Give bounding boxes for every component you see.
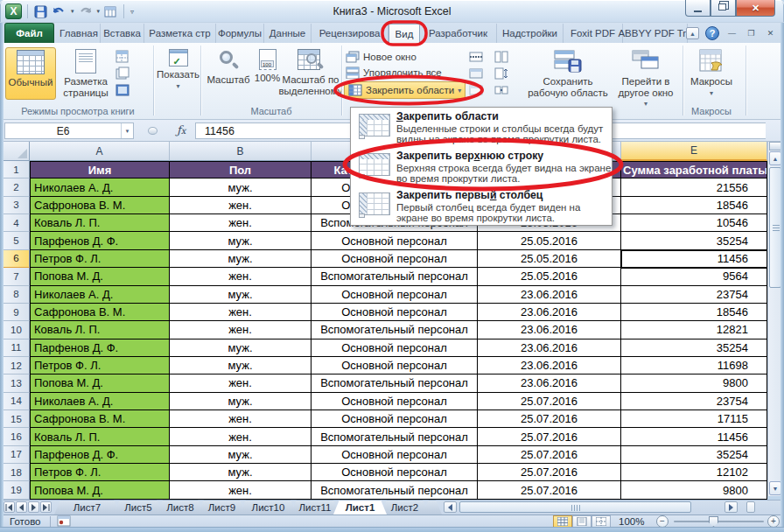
cell[interactable]: Основной персонал bbox=[312, 340, 478, 357]
new-window-button[interactable]: Новое окно bbox=[346, 49, 416, 65]
workbook-minimize-icon[interactable]: — bbox=[725, 27, 738, 39]
page-layout-button[interactable]: Разметка страницы bbox=[59, 47, 113, 102]
cell[interactable]: Сафронова В. М. bbox=[30, 197, 170, 214]
sheet-tab-Лист8[interactable]: Лист8 bbox=[157, 500, 204, 514]
show-button[interactable]: ✓ Показать ▾ bbox=[158, 47, 199, 102]
cell[interactable]: Вспомогательный персонал bbox=[312, 268, 478, 285]
cell[interactable]: жен. bbox=[170, 197, 312, 214]
select-all-corner[interactable] bbox=[4, 142, 30, 161]
cell[interactable]: Коваль Л. П. bbox=[30, 321, 170, 339]
row-header-12[interactable]: 12 bbox=[4, 357, 30, 374]
row-header-17[interactable]: 17 bbox=[4, 446, 30, 464]
cell[interactable]: Парфенов Д. Ф. bbox=[30, 232, 170, 249]
cell[interactable]: Николаев А. Д. bbox=[30, 393, 170, 410]
cell[interactable]: Основной персонал bbox=[312, 393, 478, 410]
cell[interactable]: муж. bbox=[170, 340, 312, 357]
minimize-button[interactable] bbox=[685, 0, 710, 17]
cell[interactable]: Петров Ф. Л. bbox=[30, 464, 170, 481]
row-header-14[interactable]: 14 bbox=[4, 393, 30, 410]
first-sheet-icon[interactable] bbox=[4, 501, 15, 513]
sheet-tab-Лист11[interactable]: Лист11 bbox=[290, 500, 340, 514]
cell[interactable]: муж. bbox=[170, 357, 312, 374]
cell[interactable]: 10546 bbox=[621, 214, 767, 232]
cell[interactable]: 11456 bbox=[621, 428, 767, 445]
cell[interactable]: 35254 bbox=[621, 232, 767, 249]
custom-views-icon[interactable] bbox=[114, 66, 131, 81]
zoom-100-button[interactable]: 100 100% bbox=[253, 47, 282, 102]
tab-Foxit PDF[interactable]: Foxit PDF bbox=[564, 24, 623, 43]
menu-item-0[interactable]: Закрепить областиВыделенные строки и сто… bbox=[351, 108, 612, 147]
tab-Надстройки[interactable]: Надстройки bbox=[497, 24, 564, 43]
cell[interactable]: Основной персонал bbox=[312, 250, 478, 268]
zoom-level[interactable]: 100% bbox=[619, 516, 644, 527]
insert-function-icon[interactable]: ƒx bbox=[177, 123, 186, 136]
cell[interactable]: жен. bbox=[170, 321, 312, 339]
row-header-11[interactable]: 11 bbox=[4, 340, 30, 357]
switch-windows-button[interactable]: Перейти в другое окно ▾ bbox=[613, 47, 678, 102]
cell[interactable]: Попова М. Д. bbox=[30, 481, 170, 499]
next-sheet-icon[interactable] bbox=[28, 501, 39, 513]
cell[interactable]: 18546 bbox=[621, 197, 767, 214]
tab-Разметка стр[interactable]: Разметка стр bbox=[144, 24, 216, 43]
cell[interactable]: Основной персонал bbox=[312, 410, 478, 428]
cell[interactable]: 35254 bbox=[621, 446, 767, 464]
zoom-slider-thumb[interactable] bbox=[709, 516, 718, 527]
cell[interactable]: Вспомогательный персонал bbox=[312, 374, 478, 392]
cell[interactable]: Коваль Л. П. bbox=[30, 214, 170, 232]
cell[interactable]: муж. bbox=[170, 250, 312, 268]
cell[interactable]: 17115 bbox=[621, 410, 767, 428]
column-header-B[interactable]: B bbox=[170, 142, 312, 161]
cell[interactable]: муж. bbox=[170, 446, 312, 464]
tab-Главная[interactable]: Главная bbox=[58, 24, 101, 43]
cell[interactable]: Вспомогательный персонал bbox=[312, 428, 478, 445]
name-box-dropdown-icon[interactable]: ▼ bbox=[121, 123, 133, 138]
cell[interactable]: 12821 bbox=[621, 321, 767, 339]
column-header-A[interactable]: A bbox=[30, 142, 170, 161]
normal-view-icon[interactable] bbox=[553, 515, 572, 528]
vertical-scrollbar[interactable]: ▲ ▼ bbox=[767, 142, 781, 496]
cell[interactable]: 23.06.2016 bbox=[478, 374, 621, 392]
cell[interactable]: 11698 bbox=[621, 357, 767, 374]
cell[interactable]: 25.05.2016 bbox=[478, 232, 621, 249]
close-button[interactable]: ✕ bbox=[736, 0, 775, 17]
cell[interactable]: Сафронова В. М. bbox=[30, 410, 170, 428]
cell[interactable]: 12102 bbox=[621, 464, 767, 481]
zoom-in-icon[interactable]: + bbox=[767, 515, 780, 528]
cell[interactable]: 23754 bbox=[621, 393, 767, 410]
tab-Вставка[interactable]: Вставка bbox=[101, 24, 144, 43]
cell[interactable]: Основной персонал bbox=[312, 357, 478, 374]
menu-item-1[interactable]: Закрепить верхнюю строкуВерхняя строка в… bbox=[351, 147, 612, 186]
cell[interactable]: 9800 bbox=[621, 374, 767, 392]
cell[interactable]: Сафронова В. М. bbox=[30, 304, 170, 321]
page-break-view-icon[interactable] bbox=[592, 515, 611, 528]
cell[interactable]: Николаев А. Д. bbox=[30, 178, 170, 196]
cell[interactable]: Коваль Л. П. bbox=[30, 428, 170, 445]
sheet-tab-Лист1[interactable]: Лист1 bbox=[333, 500, 387, 514]
unhide-window-icon[interactable] bbox=[467, 82, 485, 98]
scroll-up-icon[interactable]: ▲ bbox=[769, 151, 781, 165]
last-sheet-icon[interactable] bbox=[40, 501, 52, 513]
reset-window-position-icon[interactable] bbox=[493, 82, 510, 98]
cell[interactable]: Основной персонал bbox=[312, 232, 478, 249]
workbook-close-icon[interactable]: ✕ bbox=[764, 27, 777, 39]
synchronous-scrolling-icon[interactable] bbox=[493, 66, 510, 81]
help-icon[interactable]: ? bbox=[705, 26, 719, 40]
tab-Данные[interactable]: Данные bbox=[264, 24, 312, 43]
row-header-3[interactable]: 3 bbox=[4, 197, 30, 214]
row-header-16[interactable]: 16 bbox=[4, 428, 30, 445]
freeze-panes-button[interactable]: Закрепить области ▾ bbox=[344, 81, 466, 99]
row-header-1[interactable]: 1 bbox=[4, 161, 30, 178]
hide-window-icon[interactable] bbox=[467, 66, 485, 81]
row-header-13[interactable]: 13 bbox=[4, 374, 30, 392]
tab-ABBYY PDF Tra[interactable]: ABBYY PDF Tra bbox=[623, 24, 688, 43]
cell[interactable]: Основной персонал bbox=[312, 286, 478, 304]
cell[interactable]: жен. bbox=[170, 214, 312, 232]
tab-Рецензирова[interactable]: Рецензирова bbox=[312, 24, 388, 43]
row-header-4[interactable]: 4 bbox=[4, 214, 30, 232]
sheet-tab-Лист9[interactable]: Лист9 bbox=[198, 500, 246, 514]
cell[interactable]: 23.06.2016 bbox=[478, 340, 621, 357]
cell[interactable]: 25.07.2016 bbox=[478, 428, 621, 445]
cell[interactable]: 23.06.2016 bbox=[478, 286, 621, 304]
zoom-button[interactable]: Масштаб bbox=[205, 47, 252, 102]
cell[interactable]: Пол bbox=[170, 161, 312, 178]
